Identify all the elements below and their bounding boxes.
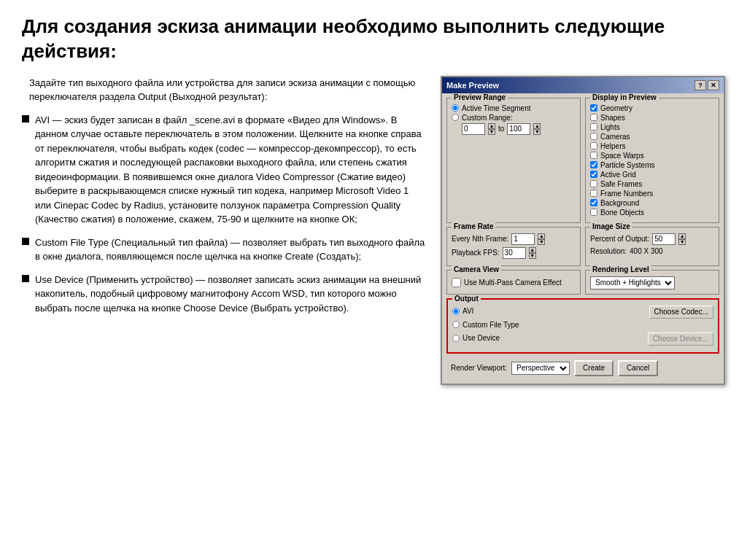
camera-view-group: Camera View Use Multi-Pass Camera Effect — [446, 270, 581, 295]
image-size-label: Image Size — [590, 222, 632, 230]
camera-view-label: Camera View — [452, 265, 501, 273]
list-item: AVI — эскиз будет записан в файл _scene.… — [22, 113, 426, 227]
range-from-down[interactable]: ▼ — [488, 129, 495, 135]
list-item: Use Device (Применить устройство) — позв… — [22, 273, 426, 316]
resolution-row: Resolution: 400 X 300 — [590, 247, 714, 255]
playback-fps-spin[interactable]: ▲ ▼ — [529, 247, 536, 259]
bullet-icon — [22, 115, 29, 122]
range-from-up[interactable]: ▲ — [488, 123, 495, 129]
text-content: Задайте тип выходного файла или устройст… — [22, 76, 426, 324]
bullet-text: AVI — эскиз будет записан в файл _scene.… — [35, 113, 426, 227]
percent-down[interactable]: ▼ — [678, 239, 686, 245]
render-viewport-label: Render Viewport: — [451, 364, 507, 372]
intro-paragraph: Задайте тип выходного файла или устройст… — [22, 76, 426, 104]
titlebar-buttons: ? ✕ — [694, 80, 719, 90]
bullet-text: Use Device (Применить устройство) — позв… — [35, 273, 426, 316]
viewport-select[interactable]: PerspectiveTopFrontLeftCamera — [511, 362, 570, 375]
rendering-level-select[interactable]: Smooth + HighlightsSmoothFacets + Highli… — [590, 276, 675, 289]
display-item-cameras[interactable]: Cameras — [590, 133, 714, 141]
output-label: Output — [452, 295, 481, 303]
display-item-frame-numbers[interactable]: Frame Numbers — [590, 190, 714, 198]
list-item: Custom File Type (Специальный тип файла)… — [22, 236, 426, 264]
custom-file-row: Custom File Type — [452, 321, 713, 330]
rendering-level-label: Rendering Level — [590, 265, 651, 273]
row-2: Frame Rate Every Nth Frame: ▲ ▼ Playback… — [446, 227, 719, 266]
dialog-titlebar: Make Preview ? ✕ — [442, 77, 724, 93]
display-item-helpers[interactable]: Helpers — [590, 142, 714, 150]
row-1: Preview Range Active Time Segment Custom… — [446, 98, 719, 223]
display-item-shapes[interactable]: Shapes — [590, 114, 714, 122]
playback-fps-input[interactable] — [503, 247, 526, 259]
display-item-geometry[interactable]: Geometry — [590, 104, 714, 112]
range-to-spin[interactable]: ▲ ▼ — [533, 123, 541, 135]
dialog-title: Make Preview — [446, 81, 499, 90]
frame-rate-group: Frame Rate Every Nth Frame: ▲ ▼ Playback… — [446, 227, 581, 266]
custom-range-radio[interactable]: Custom Range: — [452, 114, 576, 122]
every-nth-row: Every Nth Frame: ▲ ▼ — [452, 233, 576, 245]
bullet-text: Custom File Type (Специальный тип файла)… — [35, 236, 426, 264]
display-checkboxes: GeometryShapesLightsCamerasHelpersSpace … — [590, 104, 714, 217]
avi-radio[interactable]: AVI — [452, 307, 473, 315]
percent-spin[interactable]: ▲ ▼ — [678, 233, 686, 245]
resolution-value: 400 X 300 — [630, 247, 663, 255]
use-device-row: Use Device Choose Device... — [452, 332, 713, 346]
multi-pass-checkbox[interactable] — [452, 278, 461, 287]
display-item-particle-systems[interactable]: Particle Systems — [590, 161, 714, 169]
display-item-lights[interactable]: Lights — [590, 123, 714, 131]
bullet-list: AVI — эскиз будет записан в файл _scene.… — [22, 113, 426, 316]
display-item-background[interactable]: Background — [590, 199, 714, 207]
range-inputs: ▲ ▼ to ▲ ▼ — [462, 123, 576, 135]
range-to-input[interactable] — [507, 123, 530, 135]
display-item-active-grid[interactable]: Active Grid — [590, 171, 714, 179]
bullet-icon — [22, 275, 29, 282]
choose-codec-button[interactable]: Choose Codec... — [649, 306, 714, 319]
active-time-segment-radio[interactable]: Active Time Segment — [452, 104, 576, 112]
avi-row: AVI Choose Codec... — [452, 306, 713, 319]
frame-rate-label: Frame Rate — [452, 222, 495, 230]
row-3: Camera View Use Multi-Pass Camera Effect… — [446, 270, 719, 295]
percent-output-input[interactable] — [652, 233, 676, 245]
dialog-body: Preview Range Active Time Segment Custom… — [442, 93, 724, 384]
every-nth-up[interactable]: ▲ — [538, 233, 545, 239]
output-group: Output AVI Choose Codec... Custom File T… — [446, 298, 719, 354]
custom-file-radio[interactable]: Custom File Type — [452, 321, 519, 329]
playback-fps-down[interactable]: ▼ — [529, 253, 536, 259]
every-nth-down[interactable]: ▼ — [538, 239, 545, 245]
page-title: Для создания эскиза анимации необходимо … — [22, 15, 725, 64]
rendering-level-group: Rendering Level Smooth + HighlightsSmoot… — [585, 270, 719, 295]
percent-up[interactable]: ▲ — [678, 233, 686, 239]
preview-range-label: Preview Range — [452, 93, 508, 101]
range-to-up[interactable]: ▲ — [533, 123, 541, 129]
make-preview-dialog: Make Preview ? ✕ Preview Range Active Ti… — [441, 76, 725, 385]
display-in-preview-group: Display in Preview GeometryShapesLightsC… — [585, 98, 719, 223]
choose-device-button[interactable]: Choose Device... — [648, 332, 713, 346]
preview-range-group: Preview Range Active Time Segment Custom… — [446, 98, 581, 223]
playback-fps-row: Playback FPS: ▲ ▼ — [452, 247, 576, 259]
display-item-safe-frames[interactable]: Safe Frames — [590, 180, 714, 188]
create-button[interactable]: Create — [574, 360, 614, 376]
close-button[interactable]: ✕ — [708, 80, 719, 90]
playback-fps-up[interactable]: ▲ — [529, 247, 536, 253]
range-from-input[interactable] — [462, 123, 485, 135]
display-item-bone-objects[interactable]: Bone Objects — [590, 209, 714, 217]
cancel-button[interactable]: Cancel — [618, 360, 658, 376]
every-nth-input[interactable] — [511, 233, 535, 245]
multi-pass-row[interactable]: Use Multi-Pass Camera Effect — [452, 276, 576, 289]
use-device-radio[interactable]: Use Device — [452, 334, 500, 342]
bullet-icon — [22, 238, 29, 245]
image-size-group: Image Size Percent of Output: ▲ ▼ Resolu… — [585, 227, 719, 266]
range-to-down[interactable]: ▼ — [533, 129, 541, 135]
percent-output-row: Percent of Output: ▲ ▼ — [590, 233, 714, 245]
display-item-space-warps[interactable]: Space Warps — [590, 152, 714, 160]
help-button[interactable]: ? — [694, 80, 706, 90]
display-in-preview-label: Display in Preview — [590, 93, 659, 101]
every-nth-spin[interactable]: ▲ ▼ — [538, 233, 545, 245]
bottom-row: Render Viewport: PerspectiveTopFrontLeft… — [446, 357, 719, 379]
range-from-spin[interactable]: ▲ ▼ — [488, 123, 495, 135]
